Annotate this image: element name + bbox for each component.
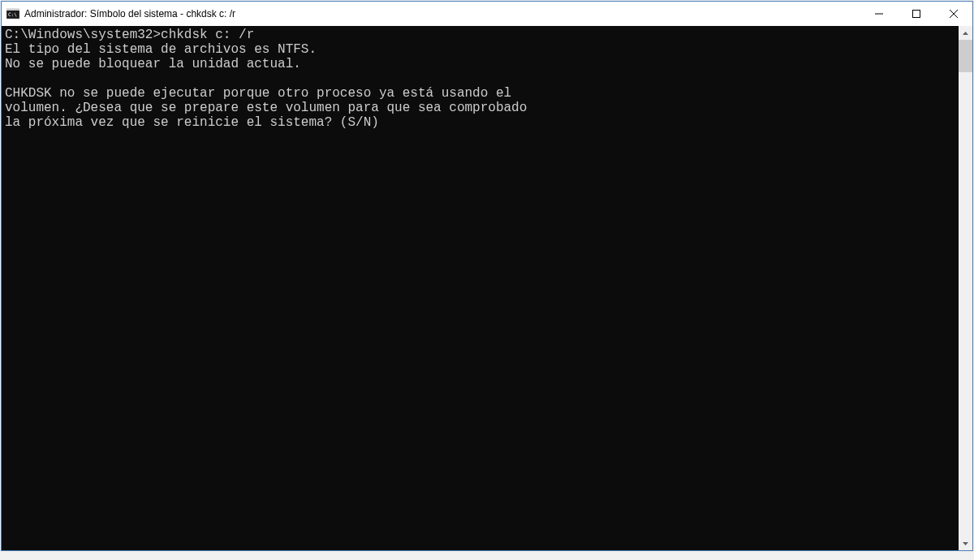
close-button[interactable] — [935, 2, 972, 26]
svg-rect-4 — [913, 11, 920, 18]
titlebar[interactable]: C:\ Administrador: Símbolo del sistema -… — [2, 2, 972, 26]
command-prompt-window: C:\ Administrador: Símbolo del sistema -… — [1, 1, 973, 551]
terminal-container: C:\Windows\system32>chkdsk c: /r El tipo… — [2, 26, 972, 550]
output-line: No se puede bloquear la unidad actual. — [5, 57, 301, 71]
command: chkdsk c: /r — [161, 28, 254, 42]
prompt: C:\Windows\system32> — [5, 28, 161, 42]
vertical-scrollbar[interactable] — [959, 26, 972, 550]
output-line: volumen. ¿Desea que se prepare este volu… — [5, 101, 527, 115]
output-line: El tipo del sistema de archivos es NTFS. — [5, 42, 317, 57]
scroll-track[interactable] — [959, 40, 972, 536]
maximize-button[interactable] — [898, 2, 935, 26]
minimize-button[interactable] — [860, 2, 898, 26]
window-controls — [860, 2, 972, 26]
svg-rect-1 — [6, 9, 19, 11]
scroll-thumb[interactable] — [959, 40, 972, 72]
terminal-output[interactable]: C:\Windows\system32>chkdsk c: /r El tipo… — [2, 26, 959, 550]
output-line: la próxima vez que se reinicie el sistem… — [5, 115, 379, 130]
scroll-down-arrow[interactable] — [959, 536, 972, 550]
cmd-icon: C:\ — [6, 7, 19, 20]
output-line: CHKDSK no se puede ejecutar porque otro … — [5, 86, 511, 101]
svg-marker-8 — [963, 542, 968, 545]
window-title: Administrador: Símbolo del sistema - chk… — [24, 8, 860, 19]
svg-marker-7 — [963, 32, 968, 35]
svg-text:C:\: C:\ — [8, 11, 17, 17]
scroll-up-arrow[interactable] — [959, 26, 972, 40]
